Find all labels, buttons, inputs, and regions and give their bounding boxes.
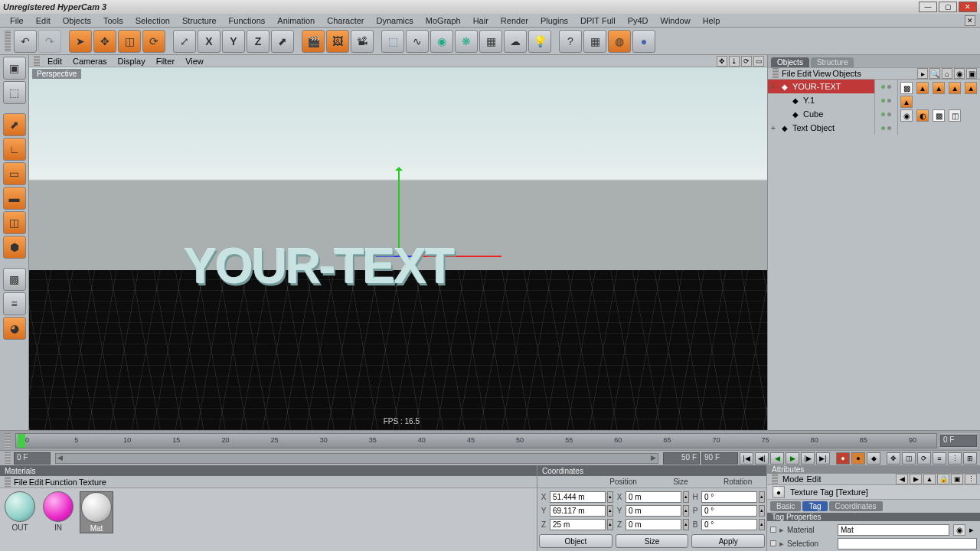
attr-nav-up[interactable]: ▲ — [923, 474, 936, 484]
menu-edit[interactable]: Edit — [31, 15, 56, 26]
menu-objects[interactable]: Objects — [57, 15, 96, 26]
coord-field[interactable]: 25 m — [550, 519, 606, 530]
move-tool[interactable]: ✥ — [93, 30, 116, 53]
tag-phong-icon[interactable]: ▲ — [949, 82, 961, 94]
coord-field[interactable]: 0 ° — [701, 491, 757, 503]
texture-mode-button[interactable]: ◫ — [3, 211, 26, 234]
environment-button[interactable]: ☁ — [504, 30, 527, 53]
play-back-button[interactable]: ◀ — [770, 452, 784, 465]
isoline-button[interactable]: ◕ — [3, 317, 26, 340]
obj-menu-edit[interactable]: Edit — [797, 69, 812, 78]
object-visibility-dots[interactable] — [875, 80, 897, 93]
mid-frame-field[interactable]: 50 F — [663, 452, 700, 465]
tag-icon[interactable]: ◉ — [900, 109, 913, 122]
lock-axis-button[interactable]: ⤢ — [173, 30, 196, 53]
object-visibility-dots[interactable] — [875, 107, 897, 121]
attr-tab-basic[interactable]: Basic — [770, 501, 801, 511]
tag-checker-icon[interactable]: ▩ — [933, 109, 945, 122]
view-menu-view[interactable]: View — [181, 57, 208, 66]
z-axis-button[interactable]: Z — [247, 30, 270, 53]
view-zoom-icon[interactable]: ⤓ — [729, 56, 740, 67]
tab-objects[interactable]: Objects — [771, 57, 809, 67]
obj-eye-icon[interactable]: ◉ — [954, 68, 965, 79]
point-mode-button[interactable]: ∟ — [3, 138, 26, 161]
material-link-icon[interactable]: ◉ — [953, 524, 965, 536]
view-menu-edit[interactable]: Edit — [43, 57, 67, 66]
obj-home-icon[interactable]: ⌂ — [942, 68, 952, 79]
menu-hair[interactable]: Hair — [468, 15, 494, 26]
next-key-button[interactable]: |▶ — [801, 452, 815, 465]
autokey-button[interactable]: ● — [851, 452, 865, 465]
menu-selection[interactable]: Selection — [130, 15, 175, 26]
timeline-ruler[interactable]: 051015202530354045505560657075808590 — [15, 433, 937, 448]
model-mode-button[interactable]: ⬚ — [3, 81, 26, 104]
polygon-mode-button[interactable]: ▬ — [3, 187, 26, 210]
tag-checker-icon[interactable]: ▩ — [900, 82, 913, 94]
primitive-cube-button[interactable]: ⬚ — [381, 30, 404, 53]
view-toggle-icon[interactable]: ▭ — [753, 56, 764, 67]
render-region-button[interactable]: 🖼 — [326, 30, 349, 53]
tag-phong-icon[interactable]: ▲ — [965, 82, 977, 94]
attr-menu-edit[interactable]: Edit — [807, 474, 822, 484]
view-rotate-icon[interactable]: ⟳ — [741, 56, 752, 67]
obj-expand-icon[interactable]: ▣ — [966, 68, 977, 79]
viewport[interactable]: Perspective YOUR-TEXT FPS : 16.5 — [29, 67, 767, 430]
menu-render[interactable]: Render — [495, 15, 534, 26]
edge-mode-button[interactable]: ▭ — [3, 162, 26, 185]
y-axis-button[interactable]: Y — [222, 30, 245, 53]
coord-object-combo[interactable]: Object — [539, 534, 612, 548]
menu-structure[interactable]: Structure — [177, 15, 222, 26]
obj-menu-view[interactable]: View — [813, 69, 831, 78]
coord-size-combo[interactable]: Size — [616, 534, 689, 548]
key-scale-button[interactable]: ◫ — [902, 452, 916, 465]
object-row[interactable]: ◆Cube — [768, 107, 874, 121]
layout-button[interactable]: ▦ — [583, 30, 606, 53]
object-row[interactable]: +◆Text Object — [768, 121, 874, 135]
help-tool[interactable]: ? — [559, 30, 582, 53]
timeline-playhead[interactable] — [18, 434, 25, 448]
attr-tab-tag[interactable]: Tag — [802, 501, 827, 511]
render-settings-button[interactable]: 📽 — [351, 30, 374, 53]
mat-menu-file[interactable]: File — [14, 478, 28, 487]
tag-phong-icon[interactable]: ▲ — [916, 82, 929, 94]
expand-icon[interactable]: + — [769, 123, 777, 132]
range-end-field[interactable]: 90 F — [701, 452, 738, 465]
object-row[interactable]: +◆YOUR-TEXT — [768, 80, 874, 93]
redo-button[interactable]: ↷ — [38, 30, 61, 53]
coord-field[interactable]: 69.117 m — [550, 505, 606, 517]
minimize-button[interactable]: — — [919, 2, 937, 12]
camera-light-button[interactable]: 💡 — [528, 30, 551, 53]
goto-end-button[interactable]: ▶| — [816, 452, 830, 465]
coord-field[interactable]: 0 m — [626, 519, 681, 530]
record-button[interactable]: ● — [836, 452, 850, 465]
coord-field[interactable]: 0 m — [626, 505, 681, 517]
obj-menu-objects[interactable]: Objects — [832, 69, 861, 78]
tag-texture-icon[interactable]: ◫ — [949, 109, 961, 122]
key-opt1-button[interactable]: ⋮ — [948, 452, 962, 465]
view-menu-display[interactable]: Display — [113, 57, 150, 66]
menu-animation[interactable]: Animation — [272, 15, 320, 26]
menu-dpit-full[interactable]: DPIT Full — [575, 15, 621, 26]
obj-nav-button[interactable]: ▸ — [917, 68, 928, 79]
range-start-field[interactable]: 0 F — [14, 452, 51, 465]
material-swatch[interactable]: Mat — [80, 491, 113, 533]
view-pan-icon[interactable]: ✥ — [717, 56, 727, 67]
enable-snap-button[interactable]: ▩ — [3, 268, 26, 291]
x-axis-button[interactable]: X — [198, 30, 220, 53]
menu-functions[interactable]: Functions — [224, 15, 271, 26]
menu-window[interactable]: Window — [655, 15, 696, 26]
tag-icon[interactable]: ◐ — [916, 109, 929, 122]
menu-help[interactable]: Help — [697, 15, 726, 26]
play-fwd-button[interactable]: ▶ — [786, 452, 799, 465]
expand-icon[interactable]: + — [769, 82, 777, 91]
obj-search-icon[interactable]: 🔍 — [929, 68, 940, 79]
array-button[interactable]: ❋ — [455, 30, 478, 53]
key-rot-button[interactable]: ⟳ — [917, 452, 931, 465]
object-visibility-dots[interactable] — [875, 121, 897, 135]
coord-field[interactable]: 0 m — [626, 491, 681, 503]
menu-py4d[interactable]: Py4D — [622, 15, 654, 26]
object-row[interactable]: ◆Y.1 — [768, 93, 874, 107]
timeline-end-field[interactable]: 0 F — [940, 435, 977, 447]
close-button[interactable]: ✕ — [959, 2, 977, 12]
scale-tool[interactable]: ◫ — [118, 30, 141, 53]
